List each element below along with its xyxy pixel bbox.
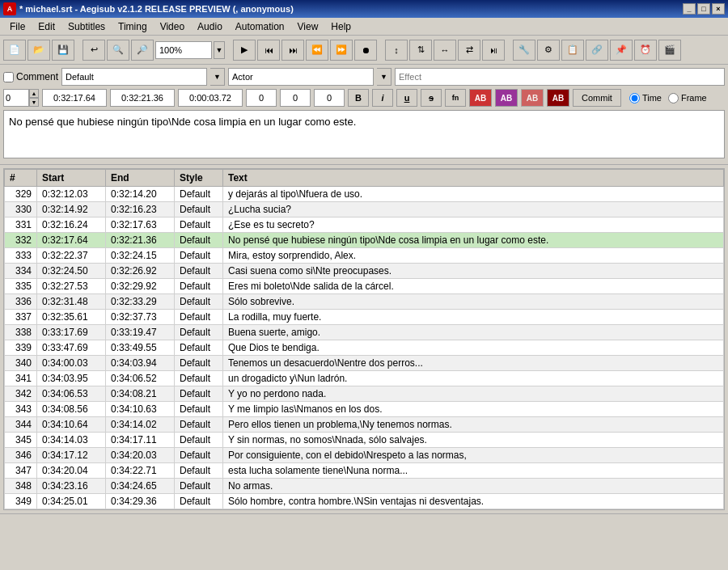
tool-btn2[interactable]: ⚙ — [537, 40, 560, 61]
table-row[interactable]: 3350:32:27.530:32:29.92DefaultEres mi bo… — [5, 279, 724, 294]
tool-btn5[interactable]: 📌 — [610, 40, 633, 61]
color2-button[interactable]: AB — [495, 89, 518, 107]
table-row[interactable]: 3460:34:17.120:34:20.03DefaultPor consig… — [5, 448, 724, 463]
duration-input[interactable] — [178, 89, 243, 107]
toolbar: 📄 📂 💾 ↩ 🔍 🔎 100% ▼ ▶ ⏮ ⏭ ⏪ ⏩ ⏺ ↕ ⇅ ↔ ⇄ ⏯… — [0, 36, 728, 65]
table-row[interactable]: 3450:34:14.030:34:17.11DefaultY sin norm… — [5, 433, 724, 448]
layer-input[interactable] — [3, 89, 29, 107]
table-row[interactable]: 3360:32:31.480:32:33.29DefaultSólo sobre… — [5, 294, 724, 310]
close-button[interactable]: × — [712, 3, 725, 15]
table-row[interactable]: 3390:33:47.690:33:49.55DefaultQue Dios t… — [5, 340, 724, 356]
tool-btn4[interactable]: 🔗 — [586, 40, 608, 61]
color1-button[interactable]: AB — [469, 89, 492, 107]
style-select[interactable]: Default — [61, 68, 207, 86]
sub-btn5[interactable]: ⏯ — [482, 40, 505, 61]
video-btn5[interactable]: ⏩ — [330, 40, 353, 61]
table-row[interactable]: 3410:34:03.950:34:06.52Defaultun drogadi… — [5, 371, 724, 386]
table-row[interactable]: 3490:34:25.010:34:29.36DefaultSólo hombr… — [5, 494, 724, 509]
frame-radio-label[interactable]: Frame — [668, 93, 707, 103]
menu-item-view[interactable]: View — [291, 19, 325, 34]
open-button[interactable]: 📂 — [28, 40, 50, 61]
effect-input[interactable] — [395, 68, 725, 86]
new-button[interactable]: 📄 — [3, 40, 26, 61]
menu-item-file[interactable]: File — [3, 19, 32, 34]
tool-btn1[interactable]: 🔧 — [513, 40, 535, 61]
app-icon: A — [3, 2, 16, 15]
layer-down[interactable]: ▼ — [29, 98, 39, 107]
col-style: Style — [175, 170, 223, 187]
table-row[interactable]: 3300:32:14.920:32:16.23Default¿Lucha suc… — [5, 202, 724, 217]
menu-item-audio[interactable]: Audio — [191, 19, 229, 34]
maximize-button[interactable]: □ — [697, 3, 710, 15]
zoom-dropdown[interactable]: ▼ — [214, 41, 225, 59]
table-row[interactable]: 3340:32:24.500:32:26.92DefaultCasi suena… — [5, 264, 724, 279]
style-dropdown-btn[interactable]: ▼ — [210, 68, 225, 86]
comment-label: Comment — [16, 71, 58, 82]
frame-label: Frame — [681, 93, 707, 103]
tool-btn6[interactable]: ⏰ — [634, 40, 657, 61]
sub-btn2[interactable]: ⇅ — [409, 40, 432, 61]
frame-radio[interactable] — [668, 93, 679, 103]
tool-btn7[interactable]: 🎬 — [658, 40, 681, 61]
underline-button[interactable]: u — [396, 89, 417, 107]
margin-r-input[interactable] — [280, 89, 311, 107]
table-row[interactable]: 3290:32:12.030:32:14.20Defaulty dejarás … — [5, 187, 724, 202]
time-label: Time — [642, 93, 662, 103]
table-row[interactable]: 3400:34:00.030:34:03.94DefaultTenemos un… — [5, 356, 724, 371]
table-row[interactable]: 3380:33:17.690:33:19.47DefaultBuena suer… — [5, 325, 724, 340]
sub-btn4[interactable]: ⇄ — [458, 40, 480, 61]
video-btn6[interactable]: ⏺ — [354, 40, 377, 61]
table-row[interactable]: 3370:32:35.610:32:37.73DefaultLa rodilla… — [5, 310, 724, 325]
commit-button[interactable]: Commit — [573, 89, 621, 107]
color3-button[interactable]: AB — [521, 89, 544, 107]
tool-btn3[interactable]: 📋 — [561, 40, 584, 61]
menu-item-edit[interactable]: Edit — [32, 19, 61, 34]
table-row[interactable]: 3320:32:17.640:32:21.36DefaultNo pensé q… — [5, 233, 724, 248]
findreplace-button[interactable]: 🔎 — [131, 40, 154, 61]
end-time-input[interactable] — [110, 89, 175, 107]
actor-dropdown-btn[interactable]: ▼ — [377, 68, 392, 86]
time-radio[interactable] — [629, 93, 640, 103]
undo-button[interactable]: ↩ — [83, 40, 105, 61]
menu-item-video[interactable]: Video — [154, 19, 191, 34]
table-row[interactable]: 3470:34:20.040:34:22.71Defaultesta lucha… — [5, 463, 724, 479]
video-btn2[interactable]: ⏮ — [257, 40, 280, 61]
table-row[interactable]: 3440:34:10.640:34:14.02DefaultPero ellos… — [5, 417, 724, 433]
video-btn1[interactable]: ▶ — [233, 40, 256, 61]
table-row[interactable]: 3420:34:06.530:34:08.21DefaultY yo no pe… — [5, 386, 724, 402]
table-row[interactable]: 3480:34:23.160:34:24.65DefaultNo armas. — [5, 479, 724, 494]
table-row[interactable]: 3430:34:08.560:34:10.63DefaultY me limpi… — [5, 402, 724, 417]
find-button[interactable]: 🔍 — [107, 40, 129, 61]
comment-checkbox[interactable] — [3, 72, 14, 82]
statusbar — [0, 513, 728, 530]
separator2 — [226, 40, 231, 61]
video-btn3[interactable]: ⏭ — [281, 40, 304, 61]
menu-item-help[interactable]: Help — [324, 19, 358, 34]
titlebar-title: * michael.srt - Aegisub v2.1.2 RELEASE P… — [19, 4, 294, 14]
time-radio-label[interactable]: Time — [629, 93, 662, 103]
sub-btn3[interactable]: ↔ — [434, 40, 456, 61]
col-start: Start — [37, 170, 106, 187]
menu-item-subtitles[interactable]: Subtitles — [61, 19, 112, 34]
italic-button[interactable]: i — [372, 89, 393, 107]
video-btn4[interactable]: ⏪ — [306, 40, 328, 61]
margin-v-input[interactable] — [314, 89, 345, 107]
actor-select[interactable]: Actor — [228, 68, 374, 86]
menu-item-timing[interactable]: Timing — [112, 19, 154, 34]
minimize-button[interactable]: _ — [683, 3, 696, 15]
margin-l-input[interactable] — [246, 89, 277, 107]
layer-up[interactable]: ▲ — [29, 89, 39, 98]
bold-button[interactable]: B — [348, 89, 369, 107]
sub-btn1[interactable]: ↕ — [385, 40, 408, 61]
strikeout-button[interactable]: s — [421, 89, 442, 107]
table-row[interactable]: 3330:32:22.370:32:24.15DefaultMira, esto… — [5, 248, 724, 264]
col-text: Text — [223, 170, 724, 187]
save-button[interactable]: 💾 — [52, 40, 74, 61]
color4-button[interactable]: AB — [547, 89, 569, 107]
subtitle-text-input[interactable] — [3, 110, 725, 158]
font-name-button[interactable]: fn — [445, 89, 466, 107]
edit-row2: ▲ ▼ B i u s fn AB AB AB AB Commit Time — [3, 89, 725, 107]
menu-item-automation[interactable]: Automation — [229, 19, 291, 34]
table-row[interactable]: 3310:32:16.240:32:17.63Default¿Ese es tu… — [5, 217, 724, 233]
start-time-input[interactable] — [42, 89, 107, 107]
